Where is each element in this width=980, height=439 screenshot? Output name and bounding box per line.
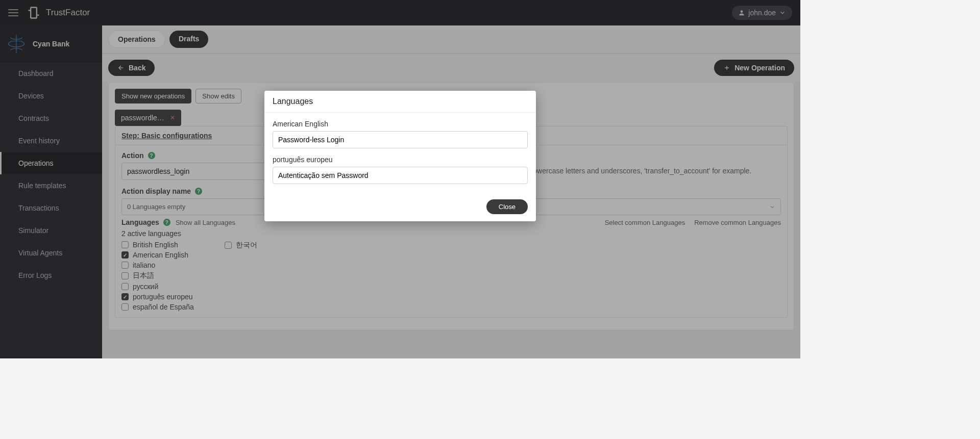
modal-field-label-pt: português europeu — [273, 156, 528, 164]
modal-field-input-en[interactable] — [273, 131, 528, 148]
modal-field-label-en: American English — [273, 120, 528, 128]
modal-field-input-pt[interactable] — [273, 167, 528, 184]
modal-title: Languages — [264, 91, 536, 113]
close-button[interactable]: Close — [486, 199, 528, 214]
languages-modal: Languages American English português eur… — [264, 91, 536, 221]
